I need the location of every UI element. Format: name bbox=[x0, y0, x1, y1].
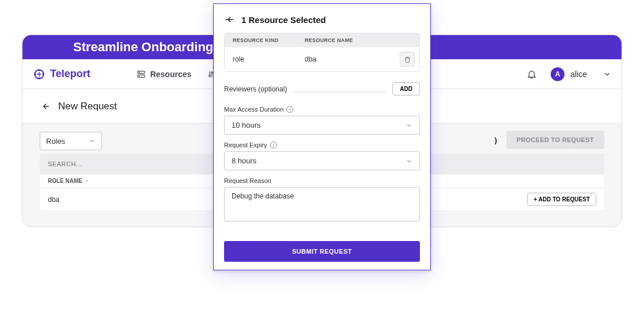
selected-resources-table: RESOURCE KIND RESOURCE NAME role dba bbox=[224, 33, 420, 72]
selection-count-suffix: ) bbox=[494, 136, 497, 144]
page-title: New Request bbox=[58, 101, 117, 112]
info-icon[interactable]: i bbox=[286, 106, 293, 113]
chevron-down-icon bbox=[406, 122, 412, 129]
reviewers-input-line[interactable] bbox=[294, 91, 385, 92]
svg-point-3 bbox=[139, 72, 139, 72]
cell-name: dba bbox=[305, 55, 400, 63]
modal-title: 1 Resource Selected bbox=[241, 15, 326, 25]
max-access-duration-value: 10 hours bbox=[232, 121, 261, 129]
chevron-down-icon bbox=[603, 70, 611, 78]
svg-point-4 bbox=[139, 76, 139, 77]
request-reason-textarea[interactable] bbox=[224, 187, 420, 221]
table-row: role dba bbox=[225, 47, 419, 71]
nav-resources-label: Resources bbox=[150, 70, 192, 79]
role-name-cell: dba bbox=[48, 196, 59, 204]
notifications-icon[interactable] bbox=[526, 69, 537, 79]
info-icon[interactable]: i bbox=[270, 142, 277, 148]
nav-resources[interactable]: Resources bbox=[137, 70, 192, 79]
reviewers-label: Reviewers (optional) bbox=[224, 85, 287, 93]
trash-icon bbox=[404, 56, 411, 63]
request-reason-field: Request Reason bbox=[224, 177, 420, 224]
max-access-duration-field: Max Access Duration i 10 hours bbox=[224, 106, 420, 135]
teleport-logo-icon bbox=[33, 68, 46, 81]
request-expiry-select[interactable]: 8 hours bbox=[224, 151, 420, 170]
submit-request-button[interactable]: SUBMIT REQUEST bbox=[224, 241, 420, 262]
proceed-to-request-button[interactable]: PROCEED TO REQUEST bbox=[506, 131, 604, 149]
modal-header: 1 Resource Selected bbox=[224, 14, 420, 25]
col-resource-name: RESOURCE NAME bbox=[305, 37, 411, 43]
reviewers-row: Reviewers (optional) ADD bbox=[224, 82, 420, 95]
table-header: RESOURCE KIND RESOURCE NAME bbox=[225, 33, 419, 47]
banner-title: Streamline Onboarding bbox=[73, 40, 213, 55]
request-expiry-value: 8 hours bbox=[232, 156, 256, 165]
remove-resource-button[interactable] bbox=[400, 52, 415, 67]
request-summary-modal: 1 Resource Selected RESOURCE KIND RESOUR… bbox=[213, 3, 431, 270]
max-access-duration-label: Max Access Duration bbox=[224, 106, 283, 113]
chevron-down-icon bbox=[406, 158, 412, 165]
add-reviewer-button[interactable]: ADD bbox=[392, 82, 420, 95]
avatar: A bbox=[551, 67, 565, 81]
brand-name: Teleport bbox=[50, 68, 90, 80]
request-expiry-field: Request Expiry i 8 hours bbox=[224, 142, 420, 170]
user-menu[interactable]: A alice bbox=[551, 67, 611, 81]
roles-select[interactable]: Roles bbox=[40, 132, 102, 150]
column-header-label: ROLE NAME bbox=[48, 178, 82, 184]
max-access-duration-select[interactable]: 10 hours bbox=[224, 116, 420, 135]
back-icon[interactable] bbox=[40, 101, 50, 112]
roles-select-value: Roles bbox=[46, 137, 65, 146]
chevron-down-icon bbox=[89, 137, 96, 144]
request-expiry-label: Request Expiry bbox=[224, 142, 267, 148]
server-icon bbox=[137, 70, 146, 79]
col-resource-kind: RESOURCE KIND bbox=[233, 37, 305, 43]
back-icon[interactable] bbox=[224, 14, 234, 25]
action-bar: ) PROCEED TO REQUEST bbox=[494, 131, 604, 149]
sort-icon bbox=[85, 179, 89, 184]
brand[interactable]: Teleport bbox=[33, 68, 90, 81]
add-to-request-button[interactable]: + ADD TO REQUEST bbox=[527, 193, 596, 206]
cell-kind: role bbox=[233, 55, 305, 63]
request-reason-label: Request Reason bbox=[224, 177, 271, 184]
user-name: alice bbox=[570, 70, 587, 79]
svg-point-5 bbox=[209, 75, 211, 77]
